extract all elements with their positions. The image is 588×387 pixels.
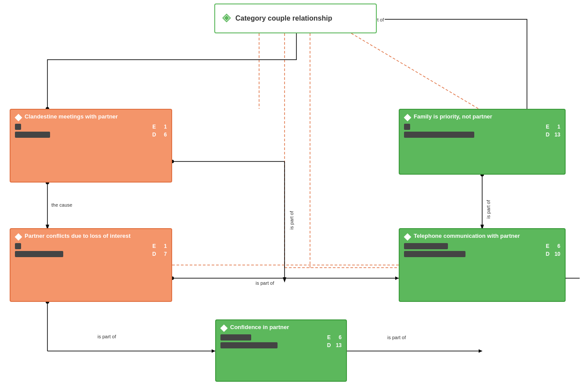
title-node-label: Category couple relationship [235, 14, 332, 22]
node-conflicts-d-val: 7 [159, 251, 167, 257]
node-family-e-label: E [545, 124, 551, 130]
node-conflicts-e-label: E [151, 243, 157, 249]
node-confidence-d-label: D [326, 342, 332, 348]
node-partner-conflicts: Partner conflicts due to loss of interes… [10, 228, 172, 302]
node-confidence-title: Confidence in partner [230, 324, 289, 331]
svg-marker-16 [395, 276, 399, 280]
svg-marker-22 [479, 349, 482, 353]
node-family-d-label: D [545, 132, 551, 138]
node-conflicts-e-val: 1 [159, 243, 167, 249]
node-confidence-e-label: E [326, 334, 332, 340]
svg-line-3 [351, 33, 479, 109]
node-partner-conflicts-title: Partner conflicts due to loss of interes… [25, 233, 130, 240]
node-telephone-d-label: D [545, 251, 551, 257]
node-family-e-val: 1 [552, 124, 560, 130]
title-node: Category couple relationship [214, 4, 377, 33]
node-conflicts-d-label: D [151, 251, 157, 257]
edge-label-is-part-of-bottom-left: is part of [97, 333, 117, 340]
node-clandestine-e-label: E [151, 124, 157, 130]
node-telephone: Telephone communication with partner E 6… [399, 228, 566, 302]
edge-label-is-part-of-bottom-right: is part of [386, 334, 407, 340]
node-confidence-e-val: 6 [334, 334, 342, 340]
node-clandestine-d-val: 6 [159, 132, 167, 138]
node-telephone-e-val: 6 [552, 243, 560, 249]
node-telephone-d-val: 10 [552, 251, 560, 257]
node-telephone-e-label: E [545, 243, 551, 249]
node-confidence: Confidence in partner E 6 D 13 [215, 319, 347, 382]
diagram-canvas: is part of the cause is part of is part … [0, 0, 588, 387]
edge-label-the-cause: the cause [51, 202, 73, 208]
node-clandestine-d-label: D [151, 132, 157, 138]
node-family-d-val: 13 [552, 132, 560, 138]
node-family-priority: Family is priority, not partner E 1 D 13 [399, 109, 566, 175]
edge-label-is-part-of-right-vertical: is part of [485, 200, 492, 219]
node-clandestine-title: Clandestine meetings with partner [25, 113, 118, 121]
svg-marker-13 [283, 277, 286, 283]
node-telephone-title: Telephone communication with partner [414, 233, 520, 240]
edge-label-is-part-of-bottom-center: is part of [255, 280, 275, 286]
node-family-title: Family is priority, not partner [414, 113, 492, 121]
node-clandestine-e-val: 1 [159, 124, 167, 130]
node-confidence-d-val: 13 [334, 342, 342, 348]
svg-marker-26 [212, 349, 215, 353]
edge-label-is-part-of-vertical: is part of [288, 211, 295, 230]
node-clandestine: Clandestine meetings with partner E 1 D … [10, 109, 172, 183]
